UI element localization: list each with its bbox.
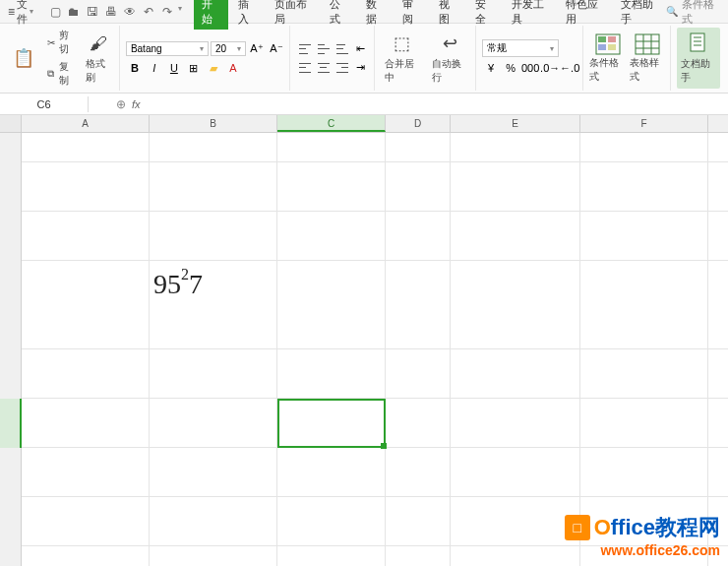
format-painter-button[interactable]: 🖌 格式刷: [82, 30, 115, 87]
font-group: Batang▾ 20▾ A⁺ A⁻ B I U ⊞ ▰ A: [122, 26, 290, 91]
row-header[interactable]: [0, 162, 22, 212]
search-placeholder: 条件格式: [682, 0, 720, 27]
fill-color-button[interactable]: ▰: [205, 59, 222, 77]
currency-button[interactable]: ¥: [482, 59, 500, 77]
number-format-value: 常规: [487, 41, 507, 55]
chevron-down-icon: ▾: [550, 44, 554, 53]
number-group: 常规▾ ¥ % 000 .0→ ←.0: [478, 26, 583, 91]
name-box[interactable]: C6: [0, 96, 89, 112]
search-box[interactable]: 条件格式: [666, 0, 728, 27]
styles-group: 条件格式 表格样式: [585, 26, 671, 91]
copy-label: 复制: [59, 60, 76, 88]
row-header[interactable]: [0, 261, 22, 349]
row-header[interactable]: [0, 133, 22, 162]
col-header-d[interactable]: D: [386, 115, 451, 132]
redo-icon[interactable]: ↷: [159, 4, 175, 20]
print-icon[interactable]: 🖶: [103, 4, 119, 20]
svg-rect-1: [598, 36, 606, 42]
number-format-combo[interactable]: 常规▾: [482, 39, 559, 57]
decrease-font-button[interactable]: A⁻: [268, 39, 285, 57]
file-menu[interactable]: 文件 ▾: [4, 0, 37, 29]
formula-bar: C6 ⊕ fx: [0, 94, 728, 115]
col-header-f[interactable]: F: [580, 115, 708, 132]
undo-icon[interactable]: ↶: [141, 4, 156, 20]
zoom-icon[interactable]: ⊕: [116, 97, 126, 111]
col-header-b[interactable]: B: [150, 115, 277, 132]
conditional-format-icon: [595, 33, 621, 55]
decrease-decimal-button[interactable]: ←.0: [561, 59, 578, 77]
font-size-combo[interactable]: 20▾: [211, 41, 246, 56]
print-preview-icon[interactable]: 👁: [122, 4, 138, 20]
cell-text: 95: [153, 269, 181, 299]
table-style-label: 表格样式: [630, 56, 666, 84]
menubar-left: 文件 ▾ ▢ 🖿 🖫 🖶 👁 ↶ ↷ ▾: [4, 0, 182, 29]
watermark-logo-icon: □: [565, 515, 590, 540]
svg-rect-10: [691, 33, 704, 51]
cut-button[interactable]: ✂剪切: [43, 28, 78, 57]
doc-assistant-label: 文档助手: [681, 57, 716, 85]
doc-assistant-button[interactable]: 文档助手: [677, 28, 720, 89]
watermark-title: □ Office教程网: [565, 513, 720, 542]
cell-b4-content: 9527: [150, 261, 276, 308]
row-header[interactable]: [0, 546, 22, 566]
increase-decimal-button[interactable]: .0→: [541, 59, 559, 77]
doc-assistant-icon: [687, 31, 710, 55]
cell-b4[interactable]: 9527: [150, 261, 277, 348]
new-icon[interactable]: ▢: [47, 4, 63, 20]
copy-icon: ⧉: [45, 67, 57, 81]
underline-button[interactable]: U: [165, 59, 183, 77]
table-style-icon: [635, 33, 660, 55]
align-top-button[interactable]: [296, 40, 314, 58]
chevron-down-icon: ▾: [30, 7, 33, 16]
font-name-combo[interactable]: Batang▾: [126, 41, 209, 56]
wrap-label: 自动换行: [432, 57, 467, 85]
qat-chevron-icon[interactable]: ▾: [178, 4, 182, 20]
align-right-button[interactable]: [334, 59, 351, 77]
paste-icon: 📋: [12, 46, 35, 70]
watermark-url: www.office26.com: [565, 542, 720, 558]
svg-rect-2: [608, 36, 616, 42]
bold-button[interactable]: B: [126, 59, 144, 77]
cell-c6[interactable]: [277, 399, 386, 447]
wrap-text-button[interactable]: ↩ 自动换行: [428, 30, 471, 87]
fx-icon[interactable]: fx: [132, 98, 141, 110]
table-style-button[interactable]: 表格样式: [630, 33, 666, 84]
select-all-corner[interactable]: [0, 115, 22, 132]
percent-button[interactable]: %: [502, 59, 519, 77]
increase-font-button[interactable]: A⁺: [248, 39, 266, 57]
wrap-icon: ↩: [438, 31, 461, 55]
clipboard-group: 📋 ✂剪切 ⧉复制 🖌 格式刷: [4, 26, 120, 91]
save-icon[interactable]: 🖫: [85, 4, 100, 20]
cell-superscript: 2: [181, 266, 189, 283]
border-button[interactable]: ⊞: [185, 59, 203, 77]
open-icon[interactable]: 🖿: [66, 4, 82, 20]
row-header[interactable]: [0, 349, 22, 399]
font-color-button[interactable]: A: [224, 59, 242, 77]
align-left-button[interactable]: [296, 59, 314, 77]
svg-rect-3: [598, 44, 606, 50]
row-header[interactable]: [0, 448, 22, 497]
col-header-a[interactable]: A: [22, 115, 150, 132]
row-header[interactable]: [0, 212, 22, 261]
format-painter-label: 格式刷: [86, 57, 111, 85]
align-center-button[interactable]: [315, 59, 333, 77]
merge-center-button[interactable]: ⬚ 合并居中: [381, 30, 424, 87]
row-header[interactable]: [0, 497, 22, 546]
grid-body[interactable]: 9527: [0, 133, 728, 566]
col-header-e[interactable]: E: [451, 115, 580, 132]
copy-button[interactable]: ⧉复制: [43, 59, 78, 89]
font-name-value: Batang: [131, 43, 162, 54]
align-middle-button[interactable]: [315, 40, 333, 58]
alignment-group: ⇤ ⇥: [292, 26, 375, 91]
italic-button[interactable]: I: [146, 59, 163, 77]
indent-decrease-button[interactable]: ⇤: [352, 40, 370, 58]
indent-increase-button[interactable]: ⇥: [352, 59, 370, 77]
conditional-format-button[interactable]: 条件格式: [589, 33, 626, 84]
row-header-6[interactable]: [0, 399, 22, 448]
align-bottom-button[interactable]: [334, 40, 351, 58]
file-label: 文件: [17, 0, 28, 27]
paste-button[interactable]: 📋: [8, 44, 39, 72]
comma-button[interactable]: 000: [521, 59, 539, 77]
col-header-c[interactable]: C: [277, 115, 386, 132]
chevron-down-icon: ▾: [200, 44, 204, 53]
